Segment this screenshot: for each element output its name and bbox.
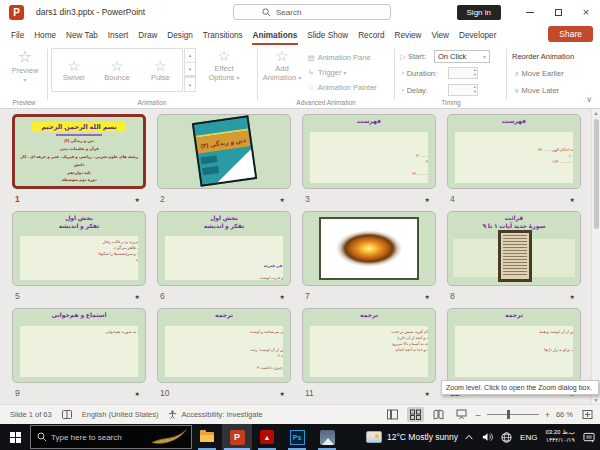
- tab-developer[interactable]: Developer: [454, 27, 501, 45]
- animation-gallery-scrollbar[interactable]: ▴ ▾ ▾: [184, 48, 196, 92]
- taskbar-search-input[interactable]: Type here to search: [30, 425, 192, 449]
- zoom-in-button[interactable]: +: [545, 410, 550, 420]
- normal-view-button[interactable]: [384, 407, 401, 422]
- slide-body-text: آیات درس را با توجه به الگوی قرائت جمعی …: [97, 329, 138, 341]
- scroll-down-icon[interactable]: ▼: [592, 397, 600, 403]
- zoom-level[interactable]: 66 %: [556, 410, 573, 419]
- system-tray: ENG 03:20 ب.ظ ۱۴۴۲/۱۰/۱۹: [464, 424, 600, 450]
- slide-title: بخش اول تفکر و اندیشه: [158, 215, 290, 231]
- weather-widget[interactable]: 12°C Mostly sunny: [366, 424, 458, 450]
- tab-file[interactable]: File: [6, 27, 29, 45]
- animation-swivel-button[interactable]: ☆ Swivel: [54, 59, 94, 82]
- zoom-slider-thumb[interactable]: [507, 410, 510, 419]
- fit-to-window-button[interactable]: [579, 407, 596, 422]
- tab-slide-show[interactable]: Slide Show: [302, 27, 353, 45]
- pulse-star-icon: ☆: [140, 59, 180, 73]
- collapse-ribbon-icon[interactable]: ∨: [586, 95, 592, 104]
- slide-thumbnail-7[interactable]: 7 ★: [302, 211, 436, 308]
- zoom-out-button[interactable]: –: [476, 410, 481, 420]
- tab-view[interactable]: View: [426, 27, 454, 45]
- slide-body-text: اندیشه مانند جانی است که در نهان انسان م…: [97, 239, 138, 262]
- animation-pulse-button[interactable]: ☆ Pulse: [140, 59, 180, 82]
- tab-insert[interactable]: Insert: [103, 27, 133, 45]
- gallery-scroll-up-icon[interactable]: ▴: [184, 48, 196, 63]
- preview-button[interactable]: ☆ Preview ▾: [8, 49, 42, 83]
- start-button[interactable]: [0, 424, 30, 450]
- taskbar-clock[interactable]: 03:20 ب.ظ ۱۴۴۲/۱۰/۱۹: [545, 429, 575, 445]
- animation-star-icon: ★: [135, 390, 140, 397]
- powerpoint-taskbar-button[interactable]: P: [222, 424, 252, 450]
- notes-icon[interactable]: [62, 410, 72, 419]
- tab-design[interactable]: Design: [162, 27, 198, 45]
- add-animation-button[interactable]: ☆ Add Animation ▾: [262, 49, 302, 82]
- network-globe-icon[interactable]: [501, 432, 512, 443]
- tab-draw[interactable]: Draw: [133, 27, 162, 45]
- delay-clock-icon: ◔: [400, 86, 405, 95]
- start-dropdown[interactable]: On Click ▾: [434, 50, 490, 63]
- slide-thumbnail-1[interactable]: بسم الله الرحمن الرحیم دین و زندگی (۳) ق…: [12, 114, 146, 211]
- language-indicator[interactable]: ENG: [520, 433, 537, 442]
- tab-animations[interactable]: Animations: [248, 27, 303, 45]
- group-label-timing: Timing: [395, 99, 507, 106]
- animation-painter-button[interactable]: ☆ Animation Painter: [306, 83, 377, 92]
- gallery-more-icon[interactable]: ▾: [184, 76, 196, 92]
- delay-spinner[interactable]: ▴ ▾: [448, 84, 478, 96]
- language-status[interactable]: English (United States): [82, 410, 159, 419]
- spinner-down-icon[interactable]: ▾: [474, 72, 476, 77]
- tab-transitions[interactable]: Transitions: [198, 27, 248, 45]
- effect-options-button[interactable]: ☆ Effect Options ▾: [202, 49, 246, 82]
- speaker-icon[interactable]: [482, 432, 493, 442]
- tab-review[interactable]: Review: [390, 27, 427, 45]
- slide-sorter-view-button[interactable]: [407, 407, 424, 422]
- trigger-button[interactable]: ϟ Trigger ▾: [306, 68, 347, 77]
- action-center-icon[interactable]: [583, 432, 595, 443]
- move-later-button[interactable]: ∨ Move Later: [514, 86, 559, 95]
- tab-new-tab[interactable]: New Tab: [61, 27, 103, 45]
- animation-star-icon: ★: [135, 196, 140, 203]
- slide-thumbnail-9[interactable]: استماع و هم‌خوانی آیات درس را با توجه به…: [12, 308, 146, 405]
- gallery-scroll-down-icon[interactable]: ▾: [184, 63, 196, 77]
- reorder-animation-label: Reorder Animation: [512, 52, 574, 61]
- animation-bounce-button[interactable]: ☆ Bounce: [97, 59, 137, 82]
- preview-caret-icon: ▾: [8, 76, 42, 83]
- slide-thumbnail-5[interactable]: بخش اول تفکر و اندیشه اندیشه مانند جانی …: [12, 211, 146, 308]
- spinner-down-icon[interactable]: ▾: [474, 89, 476, 94]
- slide-thumbnail-3[interactable]: فهرست بخش اول: تفکر و اندیشه ...........…: [302, 114, 436, 211]
- animation-pane-button[interactable]: ▤ Animation Pane: [306, 53, 371, 62]
- photos-taskbar-button[interactable]: [312, 424, 342, 450]
- file-explorer-button[interactable]: [192, 424, 222, 450]
- scroll-up-icon[interactable]: ▲: [592, 110, 600, 116]
- weather-text: 12°C Mostly sunny: [387, 432, 458, 442]
- acrobat-taskbar-button[interactable]: ▲: [252, 424, 282, 450]
- move-earlier-button[interactable]: ∧ Move Earlier: [514, 69, 564, 78]
- photoshop-icon: Ps: [290, 430, 305, 445]
- reading-view-button[interactable]: [430, 407, 447, 422]
- slide-title: ترجمه: [158, 312, 290, 320]
- swivel-star-icon: ☆: [54, 59, 94, 73]
- slide-thumbnail-6[interactable]: بخش اول تفکر و اندیشه علاوه بر آن می‌توا…: [157, 211, 291, 308]
- slideshow-view-button[interactable]: [453, 407, 470, 422]
- restore-button[interactable]: [544, 0, 572, 24]
- scrollbar-thumb[interactable]: [594, 119, 599, 229]
- duration-label: ◔ Duration:: [400, 69, 437, 78]
- photoshop-taskbar-button[interactable]: Ps: [282, 424, 312, 450]
- tab-home[interactable]: Home: [29, 27, 61, 45]
- tab-record[interactable]: Record: [353, 27, 389, 45]
- slide-thumbnail-11[interactable]: ترجمه او است که آسمان‌ها و زمین را در شش…: [302, 308, 436, 405]
- slide-thumbnail-4[interactable]: فهرست بخش دوم: در مسیر .................…: [447, 114, 581, 211]
- slide-thumbnail-10[interactable]: ترجمه آنچه در آسمان‌ها و زمین است خدا را…: [157, 308, 291, 405]
- ribbon-tab-bar: File Home New Tab Insert Draw Design Tra…: [0, 24, 600, 45]
- titlebar-search-input[interactable]: Search: [233, 4, 391, 20]
- close-button[interactable]: ×: [572, 0, 600, 24]
- share-button[interactable]: Share: [548, 26, 593, 42]
- minimize-button[interactable]: [516, 0, 544, 24]
- show-hidden-icons-chevron[interactable]: [464, 433, 474, 441]
- slide-thumbnail-2[interactable]: دین و زندگی (۳) 2 ★: [157, 114, 291, 211]
- accessibility-status[interactable]: Accessibility: Investigate: [168, 410, 262, 419]
- vertical-scrollbar[interactable]: ▲ ▼: [591, 109, 600, 404]
- duration-spinner[interactable]: ▴ ▾: [448, 67, 478, 79]
- sign-in-button[interactable]: Sign in: [457, 5, 501, 20]
- slide-title: ترجمه: [303, 312, 435, 320]
- zoom-slider[interactable]: [487, 414, 539, 415]
- slide-thumbnail-8[interactable]: قرائت سورهٔ حدید آیات ۱ تا ۹ 8 ★: [447, 211, 581, 308]
